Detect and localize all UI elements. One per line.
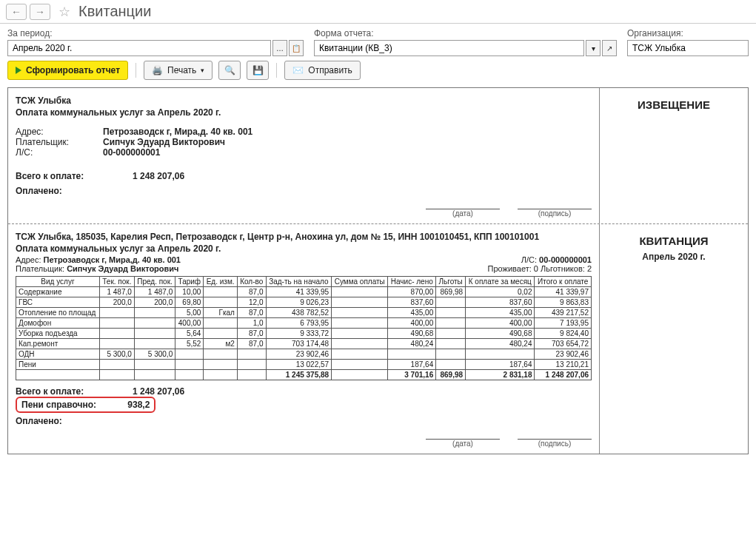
play-icon: [16, 67, 21, 74]
period-label: За период:: [7, 28, 304, 38]
form-dropdown-button[interactable]: ▾: [586, 40, 601, 56]
table-header: Ед. изм.: [204, 277, 238, 287]
receipt-org-full: ТСЖ Улыбка, 185035, Карелия Респ, Петроз…: [16, 232, 592, 242]
r-addr-label: Адрес:: [16, 255, 41, 264]
r-account-value: 00-000000001: [539, 255, 592, 264]
receipt-title: КВИТАНЦИЯ: [607, 235, 740, 247]
table-row: Кап.ремонт5,52м287,0703 174,48480,24480,…: [16, 339, 592, 349]
table-header: Итого к оплате: [535, 277, 592, 287]
table-header: Пред. пок.: [134, 277, 175, 287]
table-header: К оплате за месяц: [466, 277, 535, 287]
paid-label: Оплачено:: [16, 186, 62, 196]
r-sign-signature: (подпись): [518, 429, 592, 448]
generate-label: Сформировать отчет: [26, 65, 120, 75]
receipt-right: КВИТАНЦИЯ Апрель 2020 г.: [600, 224, 748, 454]
table-header: Тариф: [175, 277, 204, 287]
receipt-headline: Оплата коммунальных услуг за Апрель 2020…: [16, 243, 592, 254]
peni-highlight: Пени справочно: 938,2: [16, 397, 155, 413]
peni-label: Пени справочно:: [21, 400, 125, 410]
favorite-star-icon[interactable]: ☆: [56, 4, 73, 20]
notice-left: ТСЖ Улыбка Оплата коммунальных услуг за …: [8, 88, 600, 223]
chevron-down-icon: ▾: [201, 67, 204, 74]
table-row: Содержание1 487,01 487,010,0087,041 339,…: [16, 287, 592, 297]
table-row: ГВС200,0200,069,8012,09 026,23837,60837,…: [16, 297, 592, 308]
table-row: Домофон400,001,06 793,95400,00400,007 19…: [16, 318, 592, 329]
r-addr-value: Петрозаводск г, Мира,д. 40 кв. 001: [44, 255, 181, 264]
print-button[interactable]: 🖨️ Печать ▾: [144, 61, 213, 80]
peni-value: 938,2: [127, 400, 150, 410]
filters-row: За период: … 📋 Форма отчета: ▾ ↗ Организ…: [0, 24, 756, 58]
payer-value: Сипчук Эдуард Викторович: [103, 137, 225, 147]
total-label: Всего к оплате:: [16, 171, 127, 181]
table-header: Зад-ть на начало: [266, 277, 332, 287]
separator: [136, 63, 136, 78]
total-value: 1 248 207,06: [133, 171, 184, 181]
r-paid-label: Оплачено:: [16, 416, 62, 426]
table-header: Сумма оплаты: [332, 277, 388, 287]
document: ТСЖ Улыбка Оплата коммунальных услуг за …: [7, 87, 749, 454]
org-label: Организация:: [627, 28, 749, 38]
printer-icon: 🖨️: [152, 65, 163, 75]
page-title: Квитанции: [78, 3, 151, 20]
table-header: Вид услуг: [16, 277, 100, 287]
filter-form: Форма отчета: ▾ ↗: [314, 28, 617, 56]
services-table: Вид услугТек. пок.Пред. пок.ТарифЕд. изм…: [16, 276, 592, 380]
notice-section: ТСЖ Улыбка Оплата коммунальных услуг за …: [8, 88, 748, 224]
table-header: Кол-во: [237, 277, 266, 287]
addr-value: Петрозаводск г, Мира,д. 40 кв. 001: [103, 127, 252, 137]
account-value: 00-000000001: [103, 147, 160, 158]
diskette-icon: 💾: [252, 65, 264, 75]
preview-button[interactable]: 🔍: [218, 61, 241, 80]
r-total-label: Всего к оплате:: [16, 386, 127, 397]
form-input[interactable]: [314, 40, 584, 56]
send-button[interactable]: ✉️ Отправить: [284, 61, 361, 80]
notice-headline: Оплата коммунальных услуг за Апрель 2020…: [16, 107, 592, 118]
filter-period: За период: … 📋: [7, 28, 304, 56]
account-label: Л/С:: [16, 147, 97, 158]
table-row: Уборка подъезда5,6487,09 333,72490,68490…: [16, 329, 592, 339]
generate-report-button[interactable]: Сформировать отчет: [7, 61, 128, 80]
table-row: Отопление по площад5,00Гкал87,0438 782,5…: [16, 308, 592, 318]
table-header: Начис- лено: [388, 277, 436, 287]
r-date-signature: (дата): [426, 429, 500, 448]
magnifier-icon: 🔍: [224, 65, 235, 75]
addr-label: Адрес:: [16, 127, 97, 137]
notice-right: ИЗВЕЩЕНИЕ: [600, 88, 748, 223]
period-ellipsis-button[interactable]: …: [272, 40, 287, 56]
table-row: ОДН5 300,05 300,023 902,4623 902,46: [16, 349, 592, 360]
payer-label: Плательщик:: [16, 137, 97, 147]
receipt-left: ТСЖ Улыбка, 185035, Карелия Респ, Петроз…: [8, 224, 600, 454]
sign-signature: (подпись): [518, 199, 592, 218]
table-header: Тек. пок.: [99, 277, 134, 287]
toolbar: Сформировать отчет 🖨️ Печать ▾ 🔍 💾 ✉️ От…: [0, 58, 756, 84]
form-label: Форма отчета:: [314, 28, 617, 38]
table-header: Льготы: [436, 277, 466, 287]
envelope-icon: ✉️: [292, 65, 304, 75]
back-button[interactable]: ←: [6, 4, 27, 20]
r-payer-label: Плательщик:: [16, 264, 64, 273]
org-input[interactable]: [627, 40, 749, 56]
forward-button[interactable]: →: [30, 4, 50, 20]
r-account-label: Л/С:: [521, 255, 537, 264]
form-open-button[interactable]: ↗: [602, 40, 617, 56]
period-input[interactable]: [7, 40, 271, 56]
print-label: Печать: [167, 65, 196, 75]
r-payer-value: Сипчук Эдуард Викторович: [67, 264, 178, 273]
residents-info: Проживает: 0 Льготников: 2: [488, 264, 592, 273]
save-button[interactable]: 💾: [247, 61, 269, 80]
send-label: Отправить: [308, 65, 352, 75]
separator: [276, 63, 277, 78]
receipt-section: ТСЖ Улыбка, 185035, Карелия Респ, Петроз…: [8, 224, 748, 454]
table-row: Пени13 022,57187,64187,6413 210,21: [16, 360, 592, 370]
notice-org: ТСЖ Улыбка: [16, 95, 592, 106]
date-signature: (дата): [426, 199, 500, 218]
receipt-sub: Апрель 2020 г.: [607, 252, 740, 262]
period-calendar-button[interactable]: 📋: [289, 40, 304, 56]
r-total-value: 1 248 207,06: [133, 386, 184, 397]
topbar: ← → ☆ Квитанции: [0, 0, 756, 24]
filter-org: Организация:: [627, 28, 749, 56]
notice-title: ИЗВЕЩЕНИЕ: [607, 98, 740, 111]
